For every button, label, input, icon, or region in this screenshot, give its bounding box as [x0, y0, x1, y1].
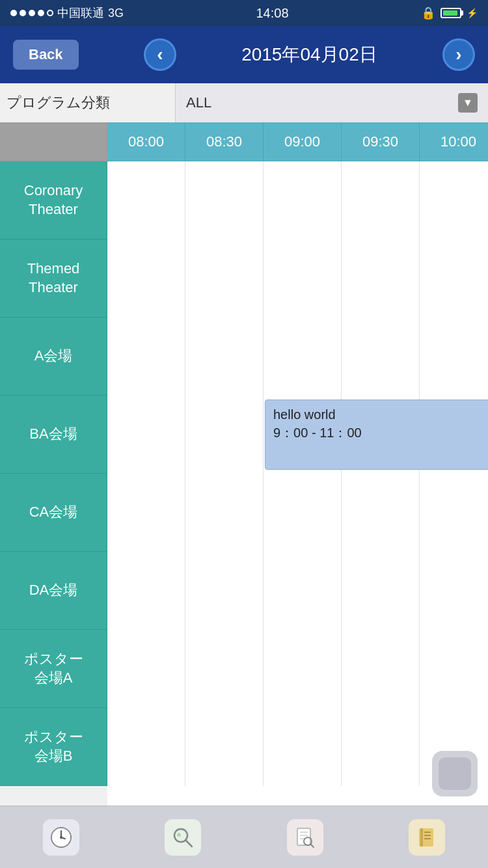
tab-bar	[0, 806, 488, 868]
cell-2-2	[264, 318, 342, 396]
dot4	[38, 10, 44, 16]
event-title: hello world	[273, 405, 488, 424]
row-label-1: ThemedTheater	[0, 239, 107, 318]
chevron-left-icon: ‹	[157, 44, 163, 65]
time-header-1: 08:30	[185, 122, 264, 161]
svg-line-6	[185, 840, 192, 847]
date-title: 2015年04月02日	[241, 42, 377, 67]
cell-3-1	[185, 396, 264, 474]
svg-rect-15	[420, 828, 423, 847]
search1-svg	[171, 826, 195, 849]
tab-clock[interactable]	[43, 819, 79, 856]
time-header-3: 09:30	[342, 122, 420, 161]
cell-0-3	[342, 161, 420, 239]
cell-0-4	[420, 161, 488, 239]
row-labels-column: CoronaryTheater ThemedTheater A会場 BA会場 C…	[0, 122, 107, 806]
filter-bar: プログラム分類 ALL ▼	[0, 83, 488, 122]
cell-4-1	[185, 474, 264, 552]
row-label-6: ポスター会場A	[0, 630, 107, 708]
cell-4-0	[107, 474, 185, 552]
cell-2-3	[342, 318, 420, 396]
next-date-button[interactable]: ›	[442, 38, 475, 71]
grid-row-0	[107, 161, 488, 239]
event-time: 9：00 - 11：00	[273, 424, 488, 442]
filter-select[interactable]: ALL ▼	[176, 83, 488, 122]
grid-row-4	[107, 474, 488, 552]
grid-row-2	[107, 318, 488, 396]
filter-value: ALL	[186, 94, 458, 111]
nav-bar: Back ‹ 2015年04月02日 ›	[0, 26, 488, 83]
cell-0-2	[264, 161, 342, 239]
charging-icon: ⚡	[467, 8, 478, 18]
time-headers-row: 08:00 08:30 09:00 09:30 10:00 10:30 11:0…	[107, 122, 488, 161]
cell-5-3	[342, 552, 420, 630]
cell-5-4	[420, 552, 488, 630]
time-header-0: 08:00	[107, 122, 185, 161]
row-label-header	[0, 122, 107, 161]
battery-icon	[441, 8, 461, 18]
cell-6-0	[107, 630, 185, 708]
prev-date-button[interactable]: ‹	[144, 38, 176, 71]
cell-6-4	[420, 630, 488, 708]
back-button[interactable]: Back	[13, 40, 79, 70]
clock-svg	[49, 826, 73, 849]
timeline-area[interactable]: 08:00 08:30 09:00 09:30 10:00 10:30 11:0…	[107, 122, 488, 806]
cell-6-2	[264, 630, 342, 708]
dot5	[47, 10, 53, 16]
carrier-label: 中国联通	[57, 5, 104, 21]
cell-1-4	[420, 239, 488, 318]
grid-row-6	[107, 630, 488, 708]
cell-3-0	[107, 396, 185, 474]
cell-1-3	[342, 239, 420, 318]
dropdown-arrow-icon: ▼	[458, 93, 478, 113]
row-label-3: BA会場	[0, 396, 107, 474]
grid-row-1	[107, 239, 488, 318]
svg-point-7	[177, 833, 181, 837]
cell-2-0	[107, 318, 185, 396]
svg-point-4	[60, 836, 62, 839]
row-label-5: DA会場	[0, 552, 107, 630]
tab-search2[interactable]	[287, 819, 323, 856]
filter-label: プログラム分類	[0, 83, 176, 122]
status-left: 中国联通 3G	[10, 5, 124, 21]
status-right: 🔒 ⚡	[421, 6, 478, 20]
row-label-4: CA会場	[0, 474, 107, 552]
svg-line-13	[310, 844, 314, 847]
cell-1-0	[107, 239, 185, 318]
row-label-2: A会場	[0, 318, 107, 396]
notebook-svg	[415, 826, 439, 849]
search1-icon	[165, 819, 201, 856]
cell-7-1	[185, 708, 264, 786]
cell-5-0	[107, 552, 185, 630]
cell-6-1	[185, 630, 264, 708]
signal-dots	[10, 10, 53, 16]
tab-notebook[interactable]	[409, 819, 445, 856]
cell-0-0	[107, 161, 185, 239]
float-button[interactable]	[432, 751, 478, 796]
cell-2-1	[185, 318, 264, 396]
cell-5-2	[264, 552, 342, 630]
grid-row-5	[107, 552, 488, 630]
cell-7-0	[107, 708, 185, 786]
time-header-2: 09:00	[264, 122, 342, 161]
cell-0-1	[185, 161, 264, 239]
event-hello-world[interactable]: hello world 9：00 - 11：00	[265, 400, 488, 470]
network-label: 3G	[108, 7, 124, 20]
notebook-icon	[409, 819, 445, 856]
cell-2-4	[420, 318, 488, 396]
cell-7-2	[264, 708, 342, 786]
clock-icon	[43, 819, 79, 856]
grid-row-3: hello world 9：00 - 11：00	[107, 396, 488, 474]
cell-4-2	[264, 474, 342, 552]
row-label-0: CoronaryTheater	[0, 161, 107, 239]
cell-4-3	[342, 474, 420, 552]
row-label-7: ポスター会場B	[0, 708, 107, 786]
time-header-4: 10:00	[420, 122, 488, 161]
cell-1-2	[264, 239, 342, 318]
float-button-inner	[439, 757, 471, 790]
search2-icon	[287, 819, 323, 856]
tab-search1[interactable]	[165, 819, 201, 856]
cell-6-3	[342, 630, 420, 708]
cell-7-3	[342, 708, 420, 786]
chevron-right-icon: ›	[455, 44, 461, 65]
